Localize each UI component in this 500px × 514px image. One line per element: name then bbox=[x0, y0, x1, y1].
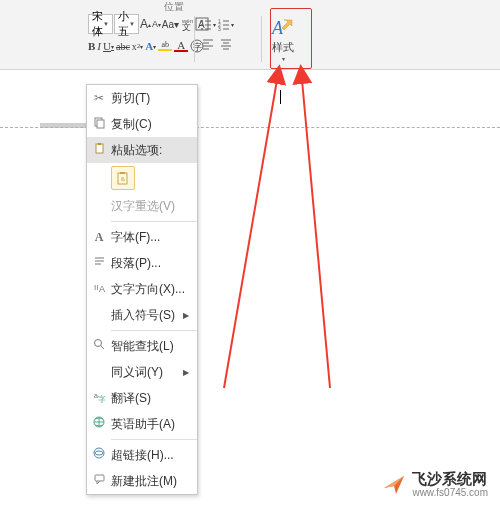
menu-separator bbox=[111, 330, 197, 331]
group-separator bbox=[261, 16, 262, 62]
menu-english-assistant[interactable]: 英语助手(A) bbox=[87, 411, 197, 437]
change-case-button[interactable]: Aa▾ bbox=[162, 14, 179, 34]
watermark-url: www.fs0745.com bbox=[412, 487, 488, 498]
comment-icon bbox=[87, 473, 111, 489]
ribbon-main: 宋体 ▼ 小五 ▼ A▴ A▾ Aa▾ wén文 A B I bbox=[0, 10, 500, 64]
bold-button[interactable]: B bbox=[88, 36, 95, 56]
svg-rect-45 bbox=[95, 475, 104, 481]
menu-separator bbox=[111, 439, 197, 440]
styles-label: 样式 bbox=[272, 40, 294, 55]
text-direction-icon: IIA bbox=[87, 281, 111, 297]
svg-text:字: 字 bbox=[98, 395, 106, 403]
styles-icon: A bbox=[270, 16, 296, 42]
italic-button[interactable]: I bbox=[97, 36, 101, 56]
svg-point-10 bbox=[201, 28, 203, 30]
grow-font-button[interactable]: A▴ bbox=[140, 14, 151, 34]
underline-button[interactable]: U▾ bbox=[103, 36, 114, 56]
styles-button[interactable]: A 样式 ▾ bbox=[266, 14, 300, 64]
svg-point-38 bbox=[94, 340, 101, 347]
ribbon: 位置 宋体 ▼ 小五 ▼ A▴ A▾ Aa▾ wén文 A bbox=[0, 0, 500, 70]
menu-smart-lookup[interactable]: 智能查找(L) bbox=[87, 333, 197, 359]
menu-synonyms[interactable]: 同义词(Y) ▶ bbox=[87, 359, 197, 385]
menu-cut[interactable]: ✂ 剪切(T) bbox=[87, 85, 197, 111]
translate-icon: a字 bbox=[87, 390, 111, 406]
group-separator bbox=[194, 16, 195, 62]
font-a-icon: A bbox=[87, 230, 111, 245]
menu-reconvert: 汉字重选(V) bbox=[87, 193, 197, 219]
highlight-swatch-icon bbox=[158, 49, 172, 51]
menu-text-direction[interactable]: IIA 文字方向(X)... bbox=[87, 276, 197, 302]
svg-point-8 bbox=[201, 24, 203, 26]
svg-rect-29 bbox=[96, 144, 103, 153]
menu-separator bbox=[111, 221, 197, 222]
font-group: 宋体 ▼ 小五 ▼ A▴ A▾ Aa▾ wén文 A B I bbox=[0, 14, 190, 56]
align-left-button[interactable] bbox=[199, 34, 216, 54]
font-size-value: 小五 bbox=[118, 9, 129, 39]
menu-insert-symbol[interactable]: 插入符号(S) ▶ bbox=[87, 302, 197, 328]
svg-rect-30 bbox=[98, 143, 101, 145]
svg-text:II: II bbox=[94, 283, 98, 292]
svg-rect-32 bbox=[120, 172, 125, 174]
svg-text:3: 3 bbox=[218, 26, 221, 31]
chevron-down-icon: ▼ bbox=[129, 21, 135, 27]
clipboard-icon bbox=[87, 142, 111, 158]
paper-plane-icon bbox=[382, 472, 406, 496]
text-caret bbox=[280, 90, 281, 104]
font-row-top: 宋体 ▼ 小五 ▼ A▴ A▾ Aa▾ wén文 A bbox=[88, 14, 190, 34]
superscript-button[interactable]: x2▾ bbox=[132, 36, 144, 56]
menu-font[interactable]: A 字体(F)... bbox=[87, 224, 197, 250]
highlight-color-button[interactable]: ab bbox=[158, 36, 172, 56]
link-icon bbox=[87, 447, 111, 463]
paragraph-group: ▾ 123▾ bbox=[199, 14, 257, 54]
menu-paragraph[interactable]: 段落(P)... bbox=[87, 250, 197, 276]
font-size-select[interactable]: 小五 ▼ bbox=[114, 14, 139, 34]
search-icon bbox=[87, 338, 111, 354]
menu-new-comment[interactable]: 新建批注(M) bbox=[87, 468, 197, 494]
chevron-down-icon: ▼ bbox=[103, 21, 109, 27]
bullets-button[interactable]: ▾ bbox=[199, 14, 216, 34]
menu-copy[interactable]: 复制(C) bbox=[87, 111, 197, 137]
menu-paste-options-header[interactable]: 粘贴选项: bbox=[87, 137, 197, 163]
svg-point-6 bbox=[201, 20, 203, 22]
numbering-button[interactable]: 123▾ bbox=[217, 14, 234, 34]
strikethrough-button[interactable]: abc bbox=[116, 36, 130, 56]
scissors-icon: ✂ bbox=[87, 91, 111, 105]
font-color-button[interactable]: A bbox=[174, 36, 188, 56]
document-area[interactable] bbox=[0, 70, 500, 514]
align-center-button[interactable] bbox=[217, 34, 234, 54]
text-effects-button[interactable]: A▾ bbox=[145, 36, 156, 56]
tab-position[interactable]: 位置 bbox=[164, 1, 184, 12]
paste-keep-source-button[interactable] bbox=[111, 166, 135, 190]
watermark: 飞沙系统网 www.fs0745.com bbox=[382, 470, 488, 498]
svg-line-39 bbox=[101, 346, 104, 349]
font-family-value: 宋体 bbox=[92, 9, 103, 39]
globe-icon bbox=[87, 416, 111, 432]
svg-text:文: 文 bbox=[182, 22, 191, 31]
chevron-right-icon: ▶ bbox=[183, 368, 191, 377]
paragraph-icon bbox=[87, 255, 111, 271]
menu-hyperlink[interactable]: 超链接(H)... bbox=[87, 442, 197, 468]
svg-point-44 bbox=[95, 451, 103, 455]
menu-translate[interactable]: a字 翻译(S) bbox=[87, 385, 197, 411]
shrink-font-button[interactable]: A▾ bbox=[152, 14, 161, 34]
ribbon-tabs: 位置 bbox=[0, 0, 500, 10]
chevron-right-icon: ▶ bbox=[183, 311, 191, 320]
phonetic-guide-button[interactable]: wén文 bbox=[180, 14, 194, 34]
font-color-swatch-icon bbox=[174, 50, 188, 52]
copy-icon bbox=[87, 116, 111, 132]
svg-text:A: A bbox=[99, 284, 105, 294]
font-family-select[interactable]: 宋体 ▼ bbox=[88, 14, 113, 34]
column-break-line bbox=[0, 127, 500, 128]
paste-options-row bbox=[87, 163, 197, 193]
svg-rect-28 bbox=[97, 120, 104, 128]
font-row-bottom: B I U▾ abc x2▾ A▾ ab A 字 bbox=[88, 36, 190, 56]
clipboard-paste-icon bbox=[116, 171, 130, 185]
context-menu: ✂ 剪切(T) 复制(C) 粘贴选项: 汉字重选(V) A 字体(F)... 段… bbox=[86, 84, 198, 495]
